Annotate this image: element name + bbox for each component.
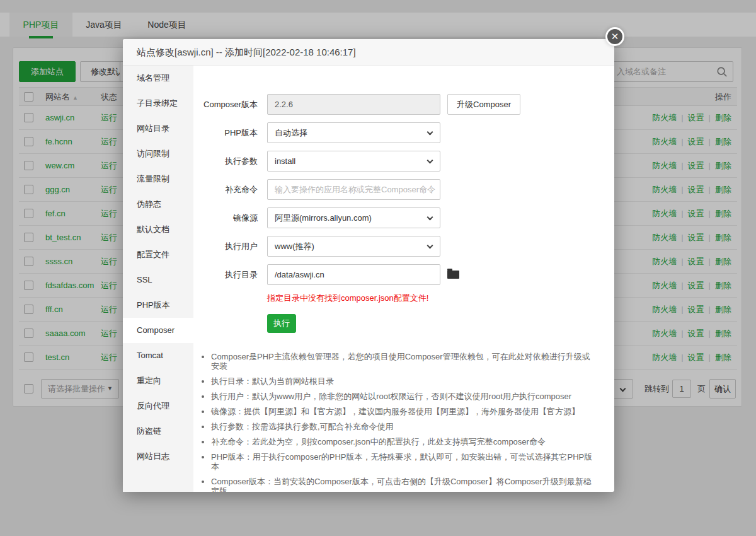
mirror-value: 阿里源(mirrors.aliyun.com) bbox=[275, 213, 372, 223]
extra-cmd-input[interactable] bbox=[267, 179, 440, 200]
composer-panel: Composer版本 升级Composer PHP版本 自动选择 执行参数 in… bbox=[193, 66, 614, 492]
chevron-down-icon bbox=[427, 243, 433, 249]
sidebar-item[interactable]: 伪静态 bbox=[123, 192, 193, 217]
sidebar-item[interactable]: SSL bbox=[123, 267, 193, 293]
help-item: 执行参数：按需选择执行参数,可配合补充命令使用 bbox=[211, 422, 595, 431]
upgrade-composer-button[interactable]: 升级Composer bbox=[447, 94, 520, 115]
modal-sidebar: 域名管理子目录绑定网站目录访问限制流量限制伪静态默认文档配置文件SSLPHP版本… bbox=[123, 66, 193, 492]
php-version-select[interactable]: 自动选择 bbox=[267, 122, 440, 143]
help-item: 补充命令：若此处为空，则按composer.json中的配置执行，此处支持填写完… bbox=[211, 437, 595, 446]
sidebar-item[interactable]: 防盗链 bbox=[123, 419, 193, 444]
help-list: Composer是PHP主流依赖包管理器，若您的项目使用Composer管理依赖… bbox=[200, 352, 595, 492]
modal-title: 站点修改[aswji.cn] -- 添加时间[2022-02-18 10:46:… bbox=[123, 39, 614, 66]
site-modify-modal: ✕ 站点修改[aswji.cn] -- 添加时间[2022-02-18 10:4… bbox=[123, 39, 614, 492]
sidebar-item[interactable]: 反向代理 bbox=[123, 393, 193, 419]
close-icon[interactable]: ✕ bbox=[605, 27, 624, 46]
sidebar-item[interactable]: 配置文件 bbox=[123, 242, 193, 267]
sidebar-item[interactable]: 域名管理 bbox=[123, 66, 193, 91]
php-version-value: 自动选择 bbox=[275, 128, 307, 137]
folder-icon[interactable] bbox=[447, 271, 459, 279]
exec-param-value: install bbox=[275, 156, 295, 166]
sidebar-item[interactable]: 网站日志 bbox=[123, 444, 193, 469]
composer-version-input bbox=[267, 94, 440, 115]
exec-param-label: 执行参数 bbox=[195, 156, 258, 167]
chevron-down-icon bbox=[427, 214, 433, 221]
php-version-label: PHP版本 bbox=[195, 127, 258, 139]
help-item: PHP版本：用于执行composer的PHP版本，无特殊要求，默认即可，如安装出… bbox=[211, 452, 595, 471]
exec-user-label: 执行用户 bbox=[195, 241, 258, 252]
help-item: 执行用户：默认为www用户，除非您的网站以root权限运行，否则不建议使用roo… bbox=[211, 392, 595, 401]
exec-user-value: www(推荐) bbox=[275, 242, 314, 251]
sidebar-item[interactable]: Composer bbox=[123, 318, 193, 343]
exec-param-select[interactable]: install bbox=[267, 151, 440, 172]
sidebar-item[interactable]: PHP版本 bbox=[123, 293, 193, 318]
error-message: 指定目录中没有找到composer.json配置文件! bbox=[267, 293, 595, 304]
execute-button[interactable]: 执行 bbox=[267, 314, 296, 333]
help-item: Composer是PHP主流依赖包管理器，若您的项目使用Composer管理依赖… bbox=[211, 352, 595, 371]
help-item: Composer版本：当前安装的Composer版本，可点击右侧的【升级Comp… bbox=[211, 477, 595, 492]
sidebar-item[interactable]: 流量限制 bbox=[123, 166, 193, 192]
sidebar-item[interactable]: 访问限制 bbox=[123, 141, 193, 166]
extra-cmd-label: 补充命令 bbox=[195, 184, 258, 195]
help-item: 镜像源：提供【阿里源】和【官方源】，建议国内服务器使用【阿里源】，海外服务器使用… bbox=[211, 407, 595, 416]
sidebar-item[interactable]: 默认文档 bbox=[123, 217, 193, 242]
chevron-down-icon bbox=[427, 129, 433, 136]
exec-dir-input[interactable] bbox=[267, 264, 440, 285]
sidebar-item[interactable]: 重定向 bbox=[123, 368, 193, 393]
composer-version-label: Composer版本 bbox=[195, 99, 258, 110]
mirror-label: 镜像源 bbox=[195, 213, 258, 224]
help-item: 执行目录：默认为当前网站根目录 bbox=[211, 376, 595, 386]
sidebar-item[interactable]: 子目录绑定 bbox=[123, 91, 193, 116]
mirror-select[interactable]: 阿里源(mirrors.aliyun.com) bbox=[267, 207, 440, 228]
exec-dir-label: 执行目录 bbox=[195, 269, 258, 281]
chevron-down-icon bbox=[427, 158, 433, 164]
sidebar-item[interactable]: 网站目录 bbox=[123, 116, 193, 141]
exec-user-select[interactable]: www(推荐) bbox=[267, 236, 440, 257]
sidebar-item[interactable]: Tomcat bbox=[123, 343, 193, 368]
